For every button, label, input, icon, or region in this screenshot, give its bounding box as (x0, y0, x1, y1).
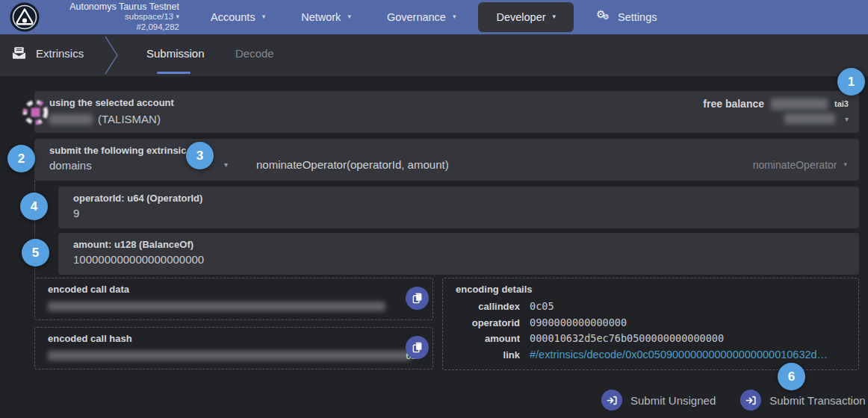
gears-icon: ⚙⚙ (596, 10, 611, 24)
chevron-down-icon: ▾ (262, 13, 266, 20)
annotation-step-3: 3 (186, 142, 214, 169)
account-identicon[interactable] (22, 99, 49, 126)
extrinsics-icon (12, 46, 26, 60)
redacted-account-name (49, 114, 93, 125)
balance-expander-row[interactable]: ▾ (784, 113, 849, 124)
decode-link[interactable]: #/extrinsics/decode/0x0c0509000000000000… (530, 349, 828, 361)
extrinsic-card-label: submit the following extrinsic (49, 145, 186, 156)
block-number: #2,094,282 (48, 22, 179, 32)
chain-name: Autonomys Taurus Testnet (48, 1, 179, 12)
menu-item-accounts[interactable]: Accounts▾ (193, 2, 283, 32)
chevron-down-icon[interactable]: ▾ (224, 160, 228, 169)
account-card-label: using the selected account (49, 97, 174, 108)
annotation-step-6: 6 (778, 363, 805, 390)
account-name-row: (TALISMAN) (49, 113, 161, 125)
encoding-value: 0900000000000000 (530, 316, 627, 328)
param-operatorid-value[interactable]: 9 (73, 207, 79, 219)
annotation-step-5: 5 (22, 239, 49, 266)
encoding-value: 000010632d5ec76b0500000000000000 (530, 332, 724, 344)
section-tab-bar: Extrinsics Submission Decode (0, 34, 868, 76)
annotation-step-4: 4 (20, 193, 48, 220)
encoded-call-data-box: encoded call data (34, 278, 433, 320)
autonomys-logo-icon[interactable] (10, 2, 40, 32)
redacted-call-hash (48, 351, 411, 361)
chain-info: Autonomys Taurus Testnet subspace/13 ▾ #… (48, 1, 179, 32)
sign-in-icon (740, 390, 761, 411)
encoding-key: operatorid (443, 317, 520, 328)
annotation-step-2: 2 (7, 145, 35, 172)
encoded-call-data-label: encoded call data (48, 284, 129, 295)
encoded-call-hash-label: encoded call hash (48, 333, 132, 344)
submit-unsigned-label: Submit Unsigned (630, 394, 716, 407)
redacted-balance-secondary (784, 113, 835, 124)
chevron-down-icon: ▾ (176, 13, 179, 20)
action-buttons-row: Submit Unsigned Submit Transaction (601, 390, 866, 411)
param-amount-label: amount: u128 (BalanceOf) (73, 239, 193, 250)
encoding-key: amount (443, 333, 520, 344)
param-operatorid-label: operatorId: u64 (OperatorId) (73, 193, 202, 204)
submit-transaction-button[interactable]: Submit Transaction (740, 390, 865, 411)
pallet-select[interactable]: domains (49, 159, 92, 172)
chain-spec[interactable]: subspace/13 ▾ (48, 12, 179, 22)
encoded-call-hash-box: encoded call hash 6… (34, 327, 433, 369)
param-amount-card[interactable]: amount: u128 (BalanceOf) 100000000000000… (58, 233, 859, 275)
submit-transaction-label: Submit Transaction (769, 394, 865, 407)
encoding-key: callindex (443, 301, 520, 312)
encoding-row-callindex: callindex 0c05 (443, 300, 858, 316)
chevron-down-icon: ▾ (843, 160, 847, 168)
annotation-step-1: 1 (837, 68, 865, 96)
top-navigation-bar: Autonomys Taurus Testnet subspace/13 ▾ #… (0, 0, 868, 34)
extrinsic-select-card: submit the following extrinsic domains ▾… (34, 139, 859, 181)
chevron-down-icon: ▾ (347, 13, 351, 20)
selected-account-card[interactable]: using the selected account (TALISMAN) fr… (34, 91, 859, 133)
redacted-balance-value (771, 99, 828, 110)
copy-icon (412, 342, 423, 353)
account-source: (TALISMAN) (98, 113, 161, 125)
encoding-key: link (443, 349, 520, 361)
balance-unit: tai3 (834, 99, 849, 108)
param-operatorid-card[interactable]: operatorId: u64 (OperatorId) 9 (58, 187, 859, 228)
copy-icon (412, 293, 423, 304)
tab-submission[interactable]: Submission (146, 47, 205, 60)
method-select[interactable]: nominateOperator▾ (753, 159, 847, 171)
chevron-down-icon: ▾ (553, 13, 557, 20)
free-balance-label: free balance (703, 98, 764, 110)
chevron-down-icon: ▾ (453, 13, 456, 20)
copy-call-data-button[interactable] (406, 287, 429, 310)
encoding-details-rows: callindex 0c05 operatorid 09000000000000… (443, 300, 858, 364)
encoding-row-operatorid: operatorid 0900000000000000 (443, 316, 858, 333)
menu-item-governance[interactable]: Governance▾ (369, 2, 474, 32)
menu-item-developer[interactable]: Developer▾ (478, 2, 574, 32)
free-balance-row: free balance tai3 (703, 98, 849, 110)
submit-unsigned-button[interactable]: Submit Unsigned (601, 390, 716, 411)
tab-decode[interactable]: Decode (235, 47, 274, 60)
section-header: Extrinsics (12, 46, 84, 60)
section-title: Extrinsics (36, 47, 84, 60)
main-menu: Accounts▾ Network▾ Governance▾ Developer… (193, 0, 675, 34)
encoding-row-amount: amount 000010632d5ec76b0500000000000000 (443, 332, 858, 349)
redacted-call-data (48, 302, 385, 311)
chevron-down-icon: ▾ (845, 115, 849, 123)
sign-in-icon (601, 390, 622, 411)
encoding-row-link: link #/extrinsics/decode/0x0c05090000000… (443, 349, 858, 365)
menu-item-settings[interactable]: ⚙⚙ Settings (578, 2, 675, 32)
breadcrumb-chevron-icon (104, 36, 120, 75)
encoding-details-title: encoding details (456, 284, 533, 295)
menu-item-network[interactable]: Network▾ (283, 2, 369, 32)
active-tab-underline (157, 72, 190, 74)
extrinsic-signature: nominateOperator(operatorId, amount) (256, 158, 449, 171)
encoding-value: 0c05 (530, 300, 554, 312)
encoding-details-box: encoding details callindex 0c05 operator… (442, 278, 859, 370)
copy-call-hash-button[interactable] (406, 336, 429, 359)
param-amount-value[interactable]: 100000000000000000000 (73, 253, 204, 266)
